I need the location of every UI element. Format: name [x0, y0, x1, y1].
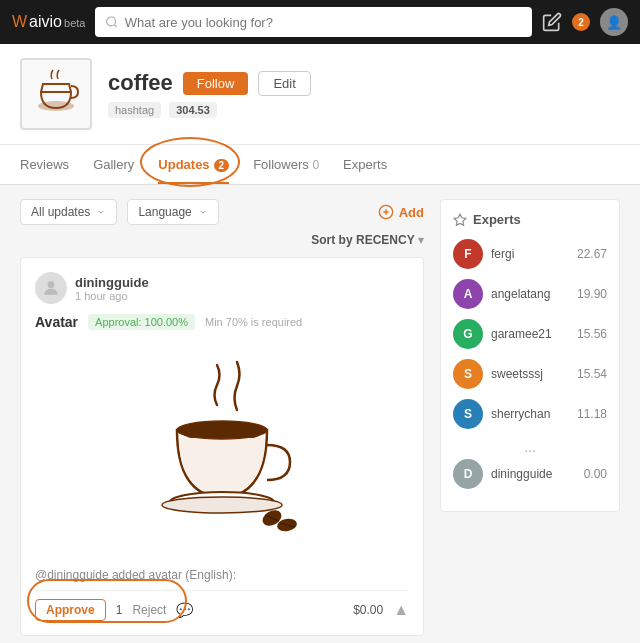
profile-name-row: coffee Follow Edit — [108, 70, 311, 96]
post-card: diningguide 1 hour ago Avatar Approval: … — [20, 257, 424, 636]
comment-icon[interactable]: 💬 — [176, 602, 193, 618]
profile-avatar — [20, 58, 92, 130]
profile-name: coffee — [108, 70, 173, 96]
updates-badge: 2 — [214, 159, 230, 172]
nav-icons: 2 👤 — [542, 8, 628, 36]
expert-avatar-garamee21: G — [453, 319, 483, 349]
tab-gallery[interactable]: Gallery — [93, 145, 134, 184]
expert-score-angelatang: 19.90 — [577, 287, 607, 301]
brand-name-rest: aivio — [29, 13, 62, 31]
sidebar-column: Experts F fergi 22.67 A angelatang 19.90… — [440, 199, 620, 643]
star-icon — [453, 213, 467, 227]
tab-experts[interactable]: Experts — [343, 145, 387, 184]
expert-name-garamee21[interactable]: garamee21 — [491, 327, 569, 341]
post-actions: Approve 1 Reject 💬 $0.00 ▲ — [35, 590, 409, 621]
price-tag: $0.00 — [353, 603, 383, 617]
approve-button[interactable]: Approve — [35, 599, 106, 621]
language-filter[interactable]: Language — [127, 199, 218, 225]
svg-marker-13 — [454, 214, 466, 225]
add-button[interactable]: Add — [378, 204, 424, 220]
expert-score-garamee21: 15.56 — [577, 327, 607, 341]
post-time: 1 hour ago — [75, 290, 149, 302]
tab-updates[interactable]: Updates2 — [158, 145, 229, 184]
post-image-area — [35, 340, 409, 560]
experts-ellipsis: ... — [453, 439, 607, 455]
filters-row: All updates Language Add — [20, 199, 424, 225]
main-content: All updates Language Add Sort by RECENCY… — [0, 185, 640, 643]
tab-followers[interactable]: Followers 0 — [253, 145, 319, 184]
expert-name-angelatang[interactable]: angelatang — [491, 287, 569, 301]
expert-score-fergi: 22.67 — [577, 247, 607, 261]
coffee-logo-icon — [26, 64, 86, 124]
expert-row: S sweetsssj 15.54 — [453, 359, 607, 389]
expert-name-fergi[interactable]: fergi — [491, 247, 569, 261]
expert-avatar-sweetsssj: S — [453, 359, 483, 389]
search-icon — [105, 15, 118, 29]
sort-row: Sort by RECENCY ▾ — [20, 233, 424, 247]
coffee-cup-illustration — [122, 350, 322, 550]
profile-info: coffee Follow Edit hashtag 304.53 — [108, 70, 311, 118]
experts-box: Experts F fergi 22.67 A angelatang 19.90… — [440, 199, 620, 512]
search-input[interactable] — [125, 15, 522, 30]
hashtag-tag: hashtag — [108, 102, 161, 118]
upvote-icon[interactable]: ▲ — [393, 601, 409, 619]
expert-avatar-sherrychan: S — [453, 399, 483, 429]
post-author-info: diningguide 1 hour ago — [75, 275, 149, 302]
expert-row: S sherrychan 11.18 — [453, 399, 607, 429]
expert-avatar-angelatang: A — [453, 279, 483, 309]
post-caption: @diningguide added avatar (English): — [35, 568, 409, 582]
expert-name-sherrychan[interactable]: sherrychan — [491, 407, 569, 421]
expert-score-sherrychan: 11.18 — [577, 407, 607, 421]
expert-avatar-diningguide: D — [453, 459, 483, 489]
expert-row: F fergi 22.67 — [453, 239, 607, 269]
post-author-avatar — [35, 272, 67, 304]
follow-button[interactable]: Follow — [183, 72, 249, 95]
feed-column: All updates Language Add Sort by RECENCY… — [20, 199, 424, 643]
svg-point-9 — [162, 497, 282, 513]
brand-beta: beta — [64, 17, 85, 29]
tab-reviews[interactable]: Reviews — [20, 145, 69, 184]
expert-score-sweetsssj: 15.54 — [577, 367, 607, 381]
brand-logo[interactable]: Waiviobeta — [12, 13, 85, 31]
tabs-bar: Reviews Gallery Updates2 Followers 0 Exp… — [0, 145, 640, 185]
profile-tags: hashtag 304.53 — [108, 102, 311, 118]
reject-button[interactable]: Reject — [132, 603, 166, 617]
approval-req: Min 70% is required — [205, 316, 302, 328]
approve-count: 1 — [116, 603, 123, 617]
expert-row: A angelatang 19.90 — [453, 279, 607, 309]
chevron-down-icon-2 — [198, 207, 208, 217]
experts-title: Experts — [453, 212, 607, 227]
post-label-row: Avatar Approval: 100.00% Min 70% is requ… — [35, 314, 409, 330]
expert-score-diningguide: 0.00 — [584, 467, 607, 481]
expert-row: G garamee21 15.56 — [453, 319, 607, 349]
write-icon[interactable] — [542, 12, 562, 32]
svg-point-12 — [177, 421, 267, 439]
all-updates-filter[interactable]: All updates — [20, 199, 117, 225]
post-author-row: diningguide 1 hour ago — [35, 272, 409, 304]
expert-name-diningguide[interactable]: diningguide — [491, 467, 576, 481]
expert-name-sweetsssj[interactable]: sweetsssj — [491, 367, 569, 381]
search-bar[interactable] — [95, 7, 532, 37]
svg-line-1 — [115, 25, 117, 27]
chevron-down-icon — [96, 207, 106, 217]
expert-row-diningguide: D diningguide 0.00 — [453, 459, 607, 489]
approval-badge: Approval: 100.00% — [88, 314, 195, 330]
post-label: Avatar — [35, 314, 78, 330]
edit-button[interactable]: Edit — [258, 71, 310, 96]
brand-name-w: W — [12, 13, 27, 31]
user-avatar[interactable]: 👤 — [600, 8, 628, 36]
post-author-name[interactable]: diningguide — [75, 275, 149, 290]
plus-circle-icon — [378, 204, 394, 220]
profile-header: coffee Follow Edit hashtag 304.53 — [0, 44, 640, 145]
expert-avatar-fergi: F — [453, 239, 483, 269]
notification-badge[interactable]: 2 — [572, 13, 590, 31]
profile-value: 304.53 — [169, 102, 217, 118]
svg-point-0 — [107, 17, 116, 26]
svg-point-6 — [48, 281, 55, 288]
top-navigation: Waiviobeta 2 👤 — [0, 0, 640, 44]
